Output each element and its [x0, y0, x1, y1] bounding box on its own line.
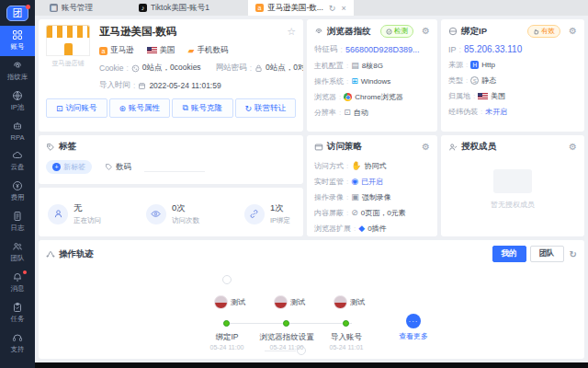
- members-card: 授权成员 ⚙ 暂无授权成员: [441, 135, 584, 236]
- trail-refresh-icon[interactable]: ↻: [570, 249, 577, 259]
- tab-refresh-icon[interactable]: ↻: [329, 4, 336, 13]
- platform-tag-label: 亚马逊: [110, 45, 134, 56]
- trail-step-user: 测试: [334, 295, 365, 309]
- ip-settings-icon[interactable]: ⚙: [569, 27, 577, 36]
- sidebar-item-billing[interactable]: 费用: [0, 177, 35, 207]
- transfer-button[interactable]: ↻联营转让: [235, 98, 297, 118]
- monitor-value: 已开启: [361, 177, 383, 187]
- geo-disguise-row: 经纬伪装: 未开启: [448, 107, 577, 117]
- fingerprint-icon: [12, 60, 23, 71]
- user-name: 测试: [231, 297, 245, 307]
- stat-value: 0次: [172, 202, 199, 214]
- tab-amazon-account[interactable]: a 亚马逊美国-数... ↻ ×: [248, 0, 354, 16]
- user-name: 测试: [350, 297, 365, 307]
- chrome-icon: [344, 93, 352, 101]
- account-title: 亚马逊美国-数码: [99, 25, 176, 39]
- amazon-icon: a: [99, 47, 107, 55]
- lock-icon: [254, 64, 263, 73]
- link-icon: [249, 209, 259, 219]
- tag-item[interactable]: 数码: [105, 162, 131, 173]
- windows-icon: ⊞: [351, 77, 358, 86]
- clone-icon: ⧉: [183, 103, 188, 113]
- stat-visit-count: 0次访问次数: [146, 202, 199, 225]
- trail-step-name: 导入账号: [331, 332, 362, 343]
- tab-close-icon[interactable]: ×: [341, 4, 345, 13]
- geo-disguise-value[interactable]: 未开启: [485, 107, 507, 117]
- account-clone-button[interactable]: ⧉账号克隆: [172, 98, 233, 118]
- ip-valid-badge: 有效: [527, 25, 560, 38]
- ip-location-value: 美国: [491, 91, 505, 101]
- tab-label: Tiktok美国-账号1: [151, 3, 209, 14]
- sidebar-item-fingerprints[interactable]: 指纹库: [0, 56, 35, 86]
- ip-address-value[interactable]: 85.206.33.110: [464, 44, 522, 54]
- category-tag-label: 手机数码: [197, 45, 228, 56]
- stat-value: 1次: [270, 202, 290, 214]
- policy-settings-icon[interactable]: ⚙: [422, 143, 430, 152]
- account-properties-button[interactable]: ⊛账号属性: [109, 98, 171, 118]
- new-tag-button[interactable]: + 新标签: [46, 160, 92, 174]
- members-empty-state: 暂无授权成员: [448, 169, 577, 210]
- visit-account-button[interactable]: ⊡访问账号: [46, 98, 107, 118]
- video-icon: ▣: [351, 193, 359, 201]
- platform-tag: a 亚马逊: [99, 45, 134, 56]
- visit-icon: ⊡: [56, 104, 63, 113]
- trail-card: 操作轨迹 我的 团队 ↻ 测试 测试: [39, 240, 584, 359]
- shop-body-icon: [46, 38, 90, 56]
- sidebar-item-accounts[interactable]: 账号: [0, 26, 35, 56]
- fingerprint-icon: [314, 27, 323, 36]
- browser-value: Chrome浏览器: [355, 92, 402, 102]
- billing-icon: [12, 180, 23, 191]
- site-password-field: 网站密码 : 0站点，0对: [216, 63, 303, 74]
- empty-illustration: [493, 169, 532, 193]
- tag-input-line[interactable]: [144, 162, 205, 172]
- fingerprint-check-badge[interactable]: 检测: [380, 25, 413, 38]
- app-logo-text: 团: [13, 6, 23, 20]
- fingerprint-settings-icon[interactable]: ⚙: [422, 27, 430, 36]
- user-avatar: [334, 295, 347, 309]
- members-settings-icon[interactable]: ⚙: [569, 143, 577, 152]
- user-avatar: [274, 295, 288, 309]
- stats-card: 无正在访问 0次访问次数 1次IP绑定: [39, 188, 303, 236]
- host-config-row: 主机配置: ▤ 8核8G: [314, 61, 430, 71]
- content-block-row: 内容屏蔽: ⊘ 0页面，0元素: [314, 208, 430, 218]
- sidebar-item-logs[interactable]: 日志: [0, 207, 35, 237]
- timeline-connector-dot: [222, 275, 232, 284]
- tag-icon: [105, 163, 113, 171]
- timeline-node: [283, 320, 289, 327]
- sidebar-item-support[interactable]: 支持: [0, 328, 35, 359]
- stat-label: IP绑定: [270, 216, 290, 225]
- trail-card-title: 操作轨迹: [59, 248, 94, 260]
- tab-account-management[interactable]: ▦ 账号管理: [42, 0, 100, 16]
- tiktok-icon: ♪: [139, 4, 147, 12]
- trail-step-time: 05-24 11:01: [330, 344, 364, 351]
- app-logo[interactable]: 团: [6, 6, 28, 21]
- static-type-icon: S: [470, 76, 479, 85]
- sidebar-item-ip-pool[interactable]: IP池: [0, 86, 35, 117]
- my-trail-button[interactable]: 我的: [492, 246, 526, 262]
- ip-card-title: 绑定IP: [461, 26, 487, 38]
- view-more-button[interactable]: ··· 查看更多: [399, 314, 428, 341]
- plus-icon: +: [52, 163, 61, 171]
- feature-code-value[interactable]: 566800D928D389...: [345, 45, 420, 54]
- favorite-star-icon[interactable]: ☆: [287, 26, 296, 38]
- tab-tiktok-account[interactable]: ♪ Tiktok美国-账号1: [131, 0, 217, 16]
- tab-label: 账号管理: [62, 3, 93, 14]
- shop-logo[interactable]: 亚马逊店铺: [46, 25, 90, 91]
- sidebar: 团 账号 指纹库 IP池 RPA 云盘 费用 日志: [0, 0, 35, 368]
- stat-value: 无: [74, 202, 101, 214]
- sidebar-item-label: 费用: [11, 193, 25, 202]
- feature-code-label: 特征码: [314, 44, 338, 55]
- sidebar-item-messages[interactable]: 消息: [0, 268, 35, 298]
- sidebar-item-team[interactable]: 团队: [0, 237, 35, 268]
- ip-card: 绑定IP 有效 ⚙ IP : 85.206.33.110 来源: H: [441, 19, 584, 132]
- sidebar-item-cloud-disk[interactable]: 云盘: [0, 146, 35, 177]
- shop-awning-icon: [46, 25, 90, 38]
- team-trail-button[interactable]: 团队: [530, 246, 564, 262]
- person-icon: [53, 209, 63, 219]
- document-icon: [12, 211, 23, 222]
- properties-icon: ⊛: [119, 104, 126, 113]
- sidebar-item-rpa[interactable]: RPA: [0, 117, 35, 146]
- fingerprint-card: 浏览器指纹 检测 ⚙ 特征码 : 566800D928D389... 主机配置:…: [307, 19, 437, 132]
- sidebar-item-tasks[interactable]: 任务: [0, 298, 35, 328]
- tab-bar: ▦ 账号管理 ♪ Tiktok美国-账号1 a 亚马逊美国-数... ↻ ×: [35, 0, 588, 16]
